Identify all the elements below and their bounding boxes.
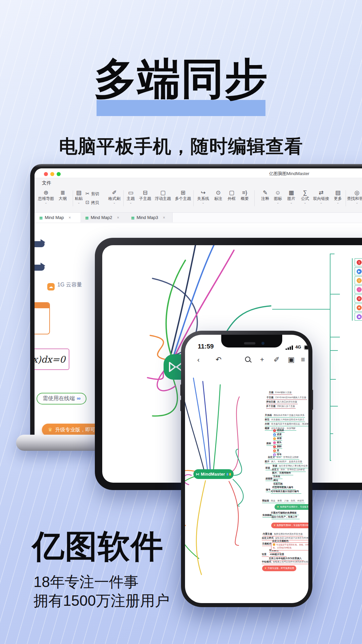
- online-topic-node[interactable]: 需使用在线端∞: [37, 393, 86, 405]
- table-node[interactable]: [35, 302, 50, 334]
- mindmap-icon-row[interactable]: ☺表情: [273, 437, 282, 441]
- ribbon-button-icon: ▢: [228, 190, 236, 196]
- brand-title: 亿图软件: [32, 525, 164, 569]
- mindmap-row[interactable]: 关系线用线条表示两个主题之间的关系: [265, 414, 305, 418]
- mindmap-row[interactable]: 手绘模式在电脑上也可以制作出漂亮的手绘模式思维导图: [262, 560, 308, 564]
- branch-line: [330, 406, 338, 407]
- chevron-down-icon: ⌄: [197, 201, 209, 204]
- ribbon-button[interactable]: ▢ 浮动主题: [155, 190, 171, 201]
- ribbon-button[interactable]: ∑ 公式 ⌄: [301, 190, 309, 204]
- ribbon-button-icon: ⊟: [139, 190, 151, 196]
- ribbon-button[interactable]: ◎ 查找和替换 ⌄: [347, 190, 362, 204]
- icon-chip[interactable]: ⊘: [355, 294, 362, 303]
- chevron-down-icon: ⌄: [301, 201, 309, 204]
- badge-icon: [229, 473, 231, 476]
- mindmap-icon: ☺: [357, 278, 362, 283]
- maximize-window-button[interactable]: [57, 172, 61, 176]
- document-icon: ▦: [131, 216, 134, 220]
- ribbon-button[interactable]: ✂剪切: [85, 191, 99, 197]
- ribbon-button-icon: ⊛: [38, 190, 54, 196]
- cloud-storage-item[interactable]: ☁1G 云容量: [47, 281, 82, 290]
- ribbon-button[interactable]: ☺ 图标 ⌄: [274, 190, 282, 204]
- close-tab-icon[interactable]: ×: [163, 215, 165, 220]
- mindmap-row[interactable]: 浮动主题插入独立的浮动主题: [266, 400, 298, 404]
- ribbon-button[interactable]: ↪ 关系线 ⌄: [197, 190, 209, 204]
- ribbon-button[interactable]: ⊡拷贝: [85, 200, 99, 206]
- document-tab[interactable]: ▦Mind Map×: [35, 213, 81, 223]
- ribbon-button[interactable]: ▦ 图片 ⌄: [287, 190, 295, 204]
- mindmap-row[interactable]: 标注对主题输入详细的说明或补充要点: [265, 418, 305, 422]
- icon-chip[interactable]: ↑: [355, 285, 362, 293]
- mindmap-row[interactable]: 可对每级主题分别进行编号: [271, 490, 301, 494]
- ribbon-button[interactable]: ⊛ 思维导图 ⌄: [38, 190, 54, 204]
- branch-line: [330, 433, 333, 434]
- version-limit-callout: ♛免费版可用6种，专业版可用33种: [271, 523, 308, 528]
- ribbon-button[interactable]: ≡} 概要: [241, 190, 249, 201]
- mindmap-row[interactable]: 自定义添加、管理自定义图标: [268, 455, 299, 460]
- volume-up-button: [180, 384, 182, 396]
- document-icon: ▦: [39, 216, 43, 220]
- brand-tagline-2: 拥有1500万注册用户: [34, 591, 170, 611]
- ribbon-button[interactable]: ✐ 格式刷 ⌄: [108, 190, 120, 204]
- mindmap-icon-row[interactable]: ▣符号: [273, 453, 282, 457]
- mindmap-row[interactable]: 内置主题免费使用软件内置的丰富主题: [263, 532, 303, 536]
- ribbon-button[interactable]: ⊙ 标注: [214, 190, 222, 201]
- mindmap-row[interactable]: 外框将主题与其子主题用外框括起，强调整体关系: [265, 422, 308, 426]
- formula-node[interactable]: ∫(x)dx=0: [35, 348, 69, 370]
- power-button: [312, 390, 313, 410]
- document-tab[interactable]: ▦Mind Map3×: [126, 213, 173, 222]
- ribbon-button[interactable]: ≣ 大纲: [59, 190, 67, 201]
- mindmap-row[interactable]: 子主题Ctrl+Enter或Insert键插入子主题: [266, 396, 307, 400]
- mindmap-icon-row[interactable]: ▶进度: [273, 433, 282, 437]
- edit-icon: [227, 473, 228, 476]
- icon-chip[interactable]: ★: [355, 304, 362, 312]
- mindmap-row[interactable]: 多个主题同时插入多个主题: [266, 405, 296, 409]
- mindmap-icon-row[interactable]: ⊘旗帜: [273, 445, 282, 449]
- close-tab-icon[interactable]: ×: [117, 215, 119, 220]
- ribbon-button-icon: ≣: [59, 190, 67, 196]
- ribbon-button[interactable]: ⇄ 双向链接 ⌄: [313, 190, 329, 204]
- icon-chip[interactable]: ☺: [355, 276, 362, 284]
- minimize-window-button[interactable]: [50, 172, 54, 176]
- branch-line: [330, 379, 336, 380]
- chevron-down-icon: ⌄: [287, 201, 295, 204]
- cloud-icon: ☁: [47, 283, 55, 290]
- branch-line: [272, 309, 330, 310]
- pro-color-callout: 专业版还可使用彩虹色、单色、对称色、交替色四种配色: [271, 542, 308, 550]
- topic-node[interactable]: [35, 241, 45, 247]
- mindmap-row[interactable]: 丰富的可编辑的免费模板: [271, 511, 299, 515]
- ribbon-button[interactable]: ▤ 更多 ⌄: [334, 190, 342, 204]
- mindmap-row[interactable]: 标签: [265, 466, 273, 470]
- document-tab[interactable]: ▦Mind Map2×: [80, 213, 127, 222]
- mindmap-row[interactable]: 剪贴画商业、教育、人物、自然、科技等: [262, 499, 305, 503]
- mindmap-row[interactable]: 主题Enter键插入主题: [269, 391, 292, 395]
- mindmaster-central-node[interactable]: MindMaster: [193, 469, 234, 479]
- phone-mindmap[interactable]: 主题Enter键插入主题 子主题Ctrl+Enter或Insert键插入子主题 …: [185, 335, 308, 603]
- mindmap-row[interactable]: 49种图片背景: [270, 553, 287, 557]
- icon-chip[interactable]: ▶: [355, 267, 362, 275]
- menu-file[interactable]: 文件: [42, 180, 51, 186]
- chevron-down-icon: ⌄: [313, 201, 329, 204]
- topic-node[interactable]: [35, 265, 45, 271]
- ribbon-button[interactable]: ▢ 外框: [228, 190, 236, 201]
- close-window-button[interactable]: [44, 172, 48, 176]
- mindmap-icon: ▶: [273, 433, 276, 436]
- mindmap-row[interactable]: 图片插入、粘贴图片，直观表达主题: [265, 460, 303, 464]
- ribbon-button[interactable]: ⊞ 多个主题: [175, 190, 191, 201]
- ribbon-button[interactable]: ✎ 注释: [261, 190, 269, 201]
- close-tab-icon[interactable]: ×: [68, 215, 71, 220]
- mindmap-icon-row[interactable]: ↑箭头: [273, 441, 282, 445]
- mindmap-row[interactable]: 图标: [266, 442, 274, 446]
- icon-chip[interactable]: 1: [355, 258, 362, 266]
- icon-chip[interactable]: ▣: [355, 313, 362, 321]
- volume-down-button: [180, 400, 182, 411]
- chevron-down-icon: ⌄: [274, 201, 282, 204]
- mindmap-icon-row[interactable]: 1优先级: [273, 429, 285, 433]
- mindmap-icon-row[interactable]: ★星: [273, 449, 280, 453]
- ribbon-button[interactable]: ▭ 主题 ⌄: [127, 190, 135, 204]
- ribbon-button[interactable]: ⊟ 子主题: [139, 190, 151, 201]
- mindmap-row[interactable]: 对思维导图插入编号: [272, 486, 296, 490]
- mindmap-row[interactable]: 背景: [262, 553, 269, 557]
- ribbon-button[interactable]: ▤ 粘贴 ⌄: [75, 190, 83, 204]
- mindmap-row[interactable]: 适合小白用户，迅速上手: [272, 515, 300, 519]
